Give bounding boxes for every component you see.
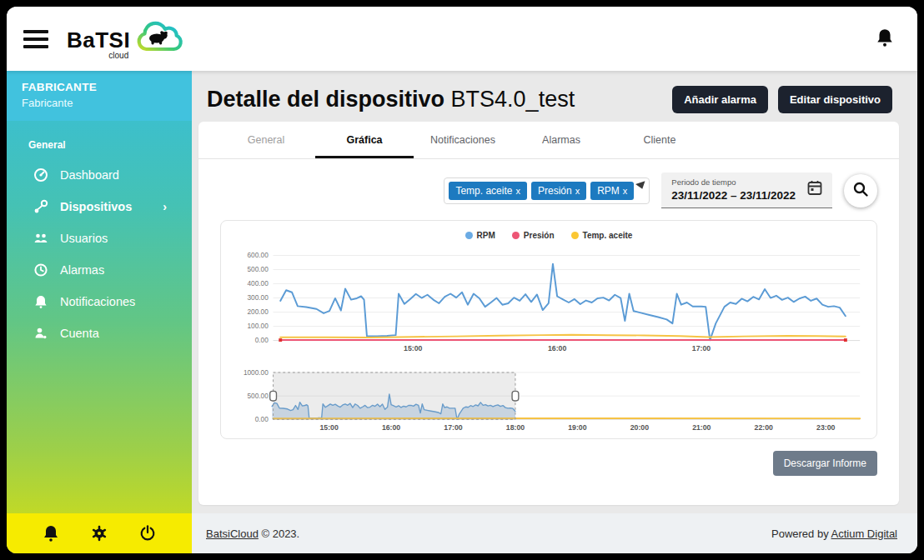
sidebar-item-label: Alarmas xyxy=(60,263,104,277)
svg-text:0.00: 0.00 xyxy=(255,337,269,344)
dropdown-caret-icon xyxy=(635,181,647,190)
svg-text:17:00: 17:00 xyxy=(692,344,711,352)
sidebar-nav: General Dashboard Dispositivos › xyxy=(7,121,192,513)
series-select[interactable]: Temp. aceitex Presiónx RPMx xyxy=(444,178,650,204)
devices-icon xyxy=(33,199,48,214)
legend-dot xyxy=(465,232,473,239)
sidebar-item-label: Usuarios xyxy=(60,232,108,245)
search-button[interactable] xyxy=(844,174,877,208)
svg-text:20:00: 20:00 xyxy=(630,423,649,432)
sidebar-item-notificaciones[interactable]: Notificaciones xyxy=(7,286,192,318)
content-area: General Gráfica Notificaciones Alarmas C… xyxy=(192,122,917,513)
chevron-right-icon: › xyxy=(163,200,167,213)
sidebar-item-dispositivos[interactable]: Dispositivos › xyxy=(7,191,192,222)
download-report-button[interactable]: Descargar Informe xyxy=(773,451,877,476)
sidebar-section-label: General xyxy=(7,136,192,159)
sidebar-item-label: Notificaciones xyxy=(60,295,135,308)
chip-remove-icon[interactable]: x xyxy=(515,186,520,196)
date-range-value: 23/11/2022 – 23/11/2022 xyxy=(671,189,796,202)
chip-temp-aceite[interactable]: Temp. aceitex xyxy=(449,182,527,200)
batsicloud-link[interactable]: BatsiCloud xyxy=(206,528,259,540)
tab-grafica[interactable]: Gráfica xyxy=(315,122,414,158)
footer-right: Powered by Actium Digital xyxy=(771,528,897,540)
dashboard-icon xyxy=(33,168,48,182)
svg-text:22:00: 22:00 xyxy=(755,423,773,432)
chip-remove-icon[interactable]: x xyxy=(623,186,628,196)
sidebar: FABRICANTE Fabricante General Dashboard … xyxy=(7,71,192,553)
legend-item-temp-aceite[interactable]: Temp. aceite xyxy=(571,231,633,240)
device-name: BTS4.0_test xyxy=(444,87,575,112)
device-detail-card: General Gráfica Notificaciones Alarmas C… xyxy=(198,122,899,505)
svg-text:16:00: 16:00 xyxy=(548,344,566,352)
chart-legend: RPM Presión Temp. aceite xyxy=(233,231,865,240)
hamburger-menu-icon[interactable] xyxy=(23,30,48,48)
svg-text:19:00: 19:00 xyxy=(568,423,586,432)
svg-text:600.00: 600.00 xyxy=(248,252,269,259)
page-title-bold: Detalle del dispositivo xyxy=(207,87,444,112)
tab-alarmas[interactable]: Alarmas xyxy=(512,122,610,158)
clock-icon xyxy=(33,262,48,278)
edit-device-button[interactable]: Editar dispositivo xyxy=(778,86,892,113)
footer-left: BatsiCloud © 2023. xyxy=(206,528,299,540)
page-header: Detalle del dispositivo BTS4.0_test Añad… xyxy=(192,71,917,122)
svg-text:500.00: 500.00 xyxy=(248,392,269,400)
svg-text:21:00: 21:00 xyxy=(692,423,711,432)
sidebar-item-dashboard[interactable]: Dashboard xyxy=(7,159,192,191)
tab-notificaciones[interactable]: Notificaciones xyxy=(414,122,512,158)
sidebar-bottom-bar xyxy=(7,513,192,553)
main-area: Detalle del dispositivo BTS4.0_test Añad… xyxy=(192,71,917,553)
notifications-bell-icon[interactable] xyxy=(876,36,894,50)
chip-presion[interactable]: Presiónx xyxy=(531,182,586,200)
power-icon[interactable] xyxy=(137,522,158,544)
org-subname: Fabricante xyxy=(22,97,177,109)
sidebar-item-alarmas[interactable]: Alarmas xyxy=(7,254,192,286)
svg-text:100.00: 100.00 xyxy=(248,322,269,330)
footer: BatsiCloud © 2023. Powered by Actium Dig… xyxy=(192,513,917,553)
svg-text:18:00: 18:00 xyxy=(506,423,525,432)
batsi-logo: BaTSI cloud xyxy=(67,18,187,60)
chip-rpm[interactable]: RPMx xyxy=(590,182,634,200)
date-range-label: Periodo de tiempo xyxy=(671,178,796,187)
svg-text:23:00: 23:00 xyxy=(816,423,835,432)
svg-text:1000.00: 1000.00 xyxy=(244,369,269,377)
users-icon xyxy=(33,231,48,246)
main-line-chart[interactable]: 0.00100.00200.00300.00400.00500.00600.00… xyxy=(233,243,865,355)
svg-text:400.00: 400.00 xyxy=(248,280,269,288)
svg-text:500.00: 500.00 xyxy=(248,266,269,273)
calendar-icon[interactable] xyxy=(807,180,822,199)
chip-remove-icon[interactable]: x xyxy=(575,186,580,196)
sidebar-item-label: Dashboard xyxy=(60,168,119,182)
logo-text: BaTSI xyxy=(67,29,130,51)
tab-general[interactable]: General xyxy=(217,122,315,158)
tab-cliente[interactable]: Cliente xyxy=(610,122,709,158)
bell-icon[interactable] xyxy=(40,522,62,544)
sidebar-item-usuarios[interactable]: Usuarios xyxy=(7,222,192,254)
range-navigator-chart[interactable]: 0.00500.001000.0015:0016:0017:0018:0019:… xyxy=(233,367,865,433)
sidebar-item-label: Dispositivos xyxy=(60,200,132,213)
search-icon xyxy=(852,181,869,200)
org-name: FABRICANTE xyxy=(22,81,177,93)
legend-dot xyxy=(512,232,520,239)
tab-bar: General Gráfica Notificaciones Alarmas C… xyxy=(198,122,899,159)
page-title: Detalle del dispositivo BTS4.0_test xyxy=(207,87,575,112)
svg-text:200.00: 200.00 xyxy=(248,308,269,316)
svg-text:15:00: 15:00 xyxy=(319,423,338,432)
cloud-bear-icon xyxy=(132,18,187,60)
person-icon xyxy=(33,326,48,341)
app-window: BaTSI cloud xyxy=(7,7,917,553)
sidebar-item-cuenta[interactable]: Cuenta xyxy=(7,318,192,349)
sidebar-org-header: FABRICANTE Fabricante xyxy=(7,71,192,121)
gear-icon[interactable] xyxy=(88,522,110,544)
date-range-input[interactable]: Periodo de tiempo 23/11/2022 – 23/11/202… xyxy=(661,172,832,208)
legend-item-presion[interactable]: Presión xyxy=(512,231,555,240)
svg-text:16:00: 16:00 xyxy=(382,423,400,432)
svg-text:300.00: 300.00 xyxy=(248,294,269,302)
legend-item-rpm[interactable]: RPM xyxy=(465,231,495,240)
svg-text:0.00: 0.00 xyxy=(255,416,269,423)
add-alarm-button[interactable]: Añadir alarma xyxy=(672,86,768,113)
chart-panel: RPM Presión Temp. aceite 0.00100.00200.0… xyxy=(220,220,877,439)
legend-dot xyxy=(571,232,579,239)
actium-digital-link[interactable]: Actium Digital xyxy=(831,528,897,540)
top-bar: BaTSI cloud xyxy=(7,7,917,71)
svg-text:17:00: 17:00 xyxy=(444,423,462,432)
